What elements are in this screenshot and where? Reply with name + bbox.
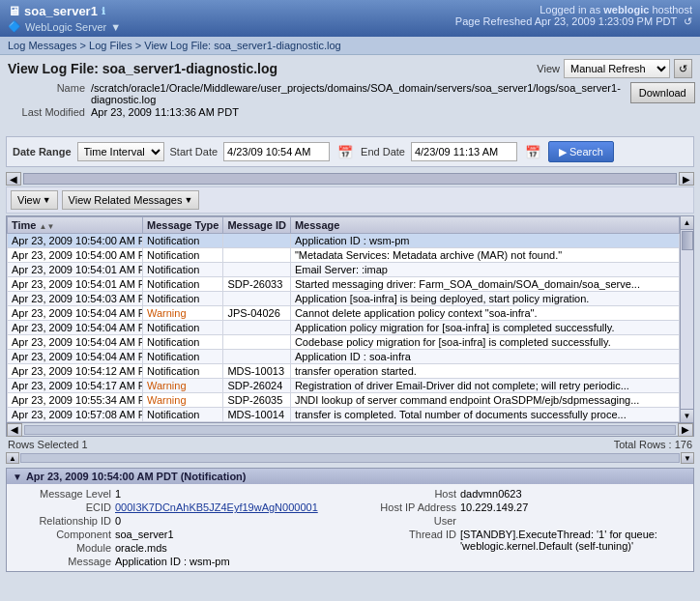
view-select[interactable]: Manual Refresh Auto Refresh (564, 59, 670, 78)
detail-field-label: ECID (15, 501, 111, 513)
cell-time: Apr 23, 2009 10:57:08 AM PDT (8, 408, 143, 422)
scroll-right-button[interactable]: ▶ (679, 172, 694, 186)
scroll-left-button[interactable]: ◀ (6, 172, 21, 186)
view-section: View Manual Refresh Auto Refresh ↺ (537, 59, 692, 78)
manual-refresh-button[interactable]: ↺ (674, 59, 692, 78)
detail-field-value: [STANDBY].ExecuteThread: '1' for queue: … (460, 529, 685, 552)
sort-icons-time[interactable]: ▲▼ (40, 222, 55, 231)
detail-right-col: Hostdadvmn0623Host IP Address10.229.149.… (360, 488, 685, 567)
info-icon[interactable]: ℹ (102, 6, 105, 16)
table-row[interactable]: Apr 23, 2009 10:55:34 AM PDT Warning SDP… (8, 393, 693, 408)
breadcrumb-log-messages[interactable]: Log Messages (8, 40, 77, 51)
cell-time: Apr 23, 2009 10:54:04 AM PDT (8, 306, 143, 321)
detail-field-row: User (360, 515, 685, 527)
detail-field-label: Host IP Address (360, 501, 456, 513)
start-date-calendar-button[interactable]: 📅 (335, 145, 355, 159)
scroll-track (681, 230, 693, 409)
end-date-input[interactable] (411, 142, 517, 161)
detail-field-value: 1 (115, 488, 121, 500)
hscroll-track[interactable] (24, 425, 676, 435)
breadcrumb-log-files[interactable]: Log Files (89, 40, 132, 51)
hscroll-right-button[interactable]: ▶ (678, 423, 693, 437)
table-row[interactable]: Apr 23, 2009 10:54:01 AM PDT Notificatio… (8, 277, 693, 292)
start-date-input[interactable] (223, 142, 330, 161)
table-row[interactable]: Apr 23, 2009 10:54:00 AM PDT Notificatio… (8, 234, 693, 248)
table-row[interactable]: Apr 23, 2009 10:57:08 AM PDT Notificatio… (8, 408, 693, 422)
table-row[interactable]: Apr 23, 2009 10:54:03 AM PDT Notificatio… (8, 292, 693, 306)
table-row[interactable]: Apr 23, 2009 10:54:04 AM PDT Notificatio… (8, 321, 693, 335)
detail-header: ▼ Apr 23, 2009 10:54:00 AM PDT (Notifica… (7, 469, 693, 484)
table-row[interactable]: Apr 23, 2009 10:54:12 AM PDT Notificatio… (8, 364, 693, 379)
cell-msgtype: Notification (143, 321, 223, 335)
cell-time: Apr 23, 2009 10:54:17 AM PDT (8, 379, 143, 393)
detail-field-label: User (360, 515, 456, 527)
cell-msgtype: Notification (143, 350, 223, 364)
cell-time: Apr 23, 2009 10:54:04 AM PDT (8, 321, 143, 335)
mid-scroll-track[interactable] (20, 453, 680, 463)
detail-field-label: Thread ID (360, 529, 456, 540)
detail-field-label: Component (15, 529, 111, 540)
end-date-calendar-button[interactable]: 📅 (523, 145, 542, 159)
view-button[interactable]: View ▼ (11, 190, 58, 210)
view-related-button[interactable]: View Related Messages ▼ (62, 190, 200, 210)
scroll-down-button[interactable]: ▼ (681, 409, 693, 422)
cell-message: "Metadata Services: Metadata archive (MA… (290, 248, 679, 263)
table-header-row: Time ▲▼ Message Type Message ID Message (8, 217, 693, 234)
cell-message: Started messaging driver: Farm_SOA_domai… (290, 277, 679, 292)
detail-field-value: soa_server1 (115, 529, 174, 540)
server-icon: 🖥 (8, 4, 20, 18)
cell-msgtype: Notification (143, 292, 223, 306)
table-row[interactable]: Apr 23, 2009 10:54:17 AM PDT Warning SDP… (8, 379, 693, 393)
vertical-scrollbar[interactable]: ▲ ▼ (680, 216, 693, 422)
cell-msgtype: Notification (143, 364, 223, 379)
mid-scroll-up[interactable]: ▲ (6, 452, 19, 464)
col-header-message[interactable]: Message (290, 217, 679, 234)
cell-message: Registration of driver Email-Driver did … (290, 379, 679, 393)
detail-field-value: Application ID : wsm-pm (115, 556, 230, 567)
download-button[interactable]: Download (630, 82, 695, 103)
cell-message: Cannot delete application policy context… (290, 306, 679, 321)
cell-message: transfer operation started. (290, 364, 679, 379)
cell-time: Apr 23, 2009 10:54:03 AM PDT (8, 292, 143, 306)
refresh-icon[interactable]: ↺ (684, 15, 692, 27)
detail-field-row: Message Level1 (15, 488, 340, 500)
cell-time: Apr 23, 2009 10:54:01 AM PDT (8, 263, 143, 277)
cell-message: transfer is completed. Total number of d… (290, 408, 679, 422)
search-button[interactable]: ▶ Search (548, 141, 614, 162)
detail-field-value: 0 (115, 515, 121, 527)
table-row[interactable]: Apr 23, 2009 10:54:00 AM PDT Notificatio… (8, 248, 693, 263)
detail-field-label: Relationship ID (15, 515, 111, 527)
search-icon: ▶ (559, 146, 567, 158)
cell-time: Apr 23, 2009 10:54:12 AM PDT (8, 364, 143, 379)
subtitle-dropdown[interactable]: ▼ (110, 21, 121, 33)
table-row[interactable]: Apr 23, 2009 10:54:04 AM PDT Warning JPS… (8, 306, 693, 321)
col-header-message-id[interactable]: Message ID (223, 217, 291, 234)
detail-field-value[interactable]: 000I3K7DCnAhKB5JZ4Eyf19wAgN000001 (115, 501, 318, 513)
scroll-up-button[interactable]: ▲ (681, 216, 693, 230)
cell-msgid: JPS-04026 (223, 306, 291, 321)
horizontal-scrollbar[interactable] (23, 173, 677, 185)
table-row[interactable]: Apr 23, 2009 10:54:04 AM PDT Notificatio… (8, 350, 693, 364)
table-row[interactable]: Apr 23, 2009 10:54:01 AM PDT Notificatio… (8, 263, 693, 277)
cell-msgid (223, 321, 291, 335)
cell-msgid: SDP-26033 (223, 277, 291, 292)
table-row[interactable]: Apr 23, 2009 10:54:04 AM PDT Notificatio… (8, 335, 693, 350)
detail-field-row: Relationship ID0 (15, 515, 340, 527)
cell-msgtype: Warning (143, 393, 223, 408)
date-type-select[interactable]: Time Interval Date Range (77, 142, 164, 161)
mid-scroll-down[interactable]: ▼ (681, 452, 694, 464)
detail-expand-icon[interactable]: ▼ (13, 472, 22, 482)
view-dropdown-arrow: ▼ (43, 195, 51, 205)
col-header-message-type[interactable]: Message Type (143, 217, 223, 234)
scroll-thumb[interactable] (682, 231, 693, 250)
mid-scroll: ▲ ▼ (6, 452, 694, 464)
related-dropdown-arrow: ▼ (184, 195, 192, 205)
cell-msgtype: Warning (143, 306, 223, 321)
detail-field-row: ECID000I3K7DCnAhKB5JZ4Eyf19wAgN000001 (15, 501, 340, 513)
cell-msgid (223, 292, 291, 306)
col-header-time[interactable]: Time ▲▼ (8, 217, 143, 234)
login-info: Logged in as weblogic hosthost Page Refr… (455, 4, 692, 28)
cell-msgid: MDS-10013 (223, 364, 291, 379)
app-subtitle: 🔷 WebLogic Server ▼ (8, 20, 121, 33)
hscroll-left-button[interactable]: ◀ (7, 423, 22, 437)
